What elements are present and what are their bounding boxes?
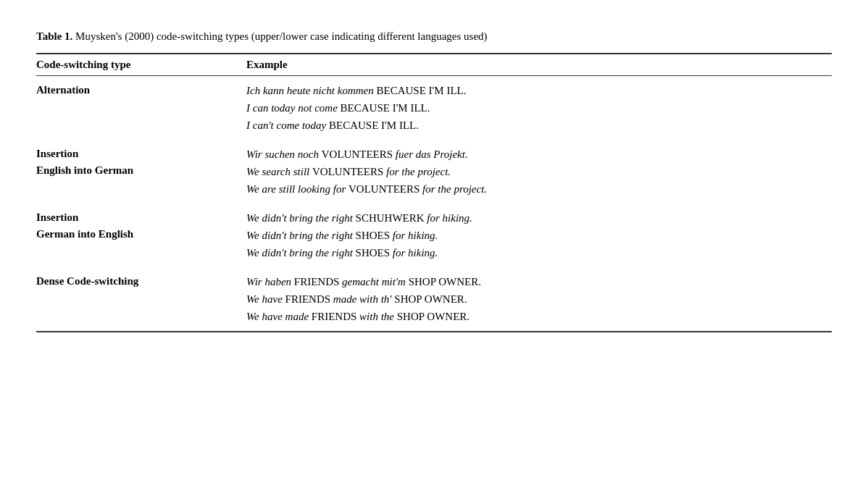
type-insertion-ger-eng: InsertionGerman into English [36,203,239,267]
header-col1: Code-switching type [36,54,239,76]
page: Table 1. Muysken's (2000) code-switching… [0,0,868,491]
example-line: We didn't bring the right SHOES for hiki… [246,244,825,261]
header-col2: Example [239,54,832,76]
table-caption-text: Muysken's (2000) code-switching types (u… [75,30,488,42]
table-header-row: Code-switching type Example [36,54,832,76]
example-line: We search still VOLUNTEERS for the proje… [246,163,825,180]
type-dense: Dense Code-switching [36,267,239,332]
example-alternation: Ich kann heute nicht kommen BECAUSE I'M … [239,76,832,140]
table-row: Dense Code-switching Wir haben FRIENDS g… [36,267,832,332]
table-label: Table 1. [36,30,72,42]
example-line: We didn't bring the right SHOES for hiki… [246,227,825,244]
example-line: We have FRIENDS made with th' SHOP OWNER… [246,290,825,308]
example-line: We are still looking for VOLUNTEERS for … [246,180,825,198]
example-insertion-ger-eng: We didn't bring the right SCHUHWERK for … [239,203,832,267]
example-line: I can today not come BECAUSE I'M ILL. [246,99,825,117]
example-line: I can't come today BECAUSE I'M ILL. [246,117,825,134]
type-alternation: Alternation [36,76,239,140]
main-table: Code-switching type Example Alternation … [36,53,832,332]
table-row: Alternation Ich kann heute nicht kommen … [36,76,832,140]
example-line: We didn't bring the right SCHUHWERK for … [246,209,825,227]
table-caption: Table 1. Muysken's (2000) code-switching… [36,29,832,44]
example-line: Ich kann heute nicht kommen BECAUSE I'M … [246,82,825,99]
example-line: We have made FRIENDS with the SHOP OWNER… [246,308,825,325]
example-insertion-eng-ger: Wir suchen noch VOLUNTEERS fuer das Proj… [239,140,832,203]
table-row: InsertionEnglish into German Wir suchen … [36,140,832,203]
example-line: Wir suchen noch VOLUNTEERS fuer das Proj… [246,146,825,163]
example-dense: Wir haben FRIENDS gemacht mit'm SHOP OWN… [239,267,832,332]
table-row: InsertionGerman into English We didn't b… [36,203,832,267]
type-insertion-eng-ger: InsertionEnglish into German [36,140,239,203]
example-line: Wir haben FRIENDS gemacht mit'm SHOP OWN… [246,273,825,290]
